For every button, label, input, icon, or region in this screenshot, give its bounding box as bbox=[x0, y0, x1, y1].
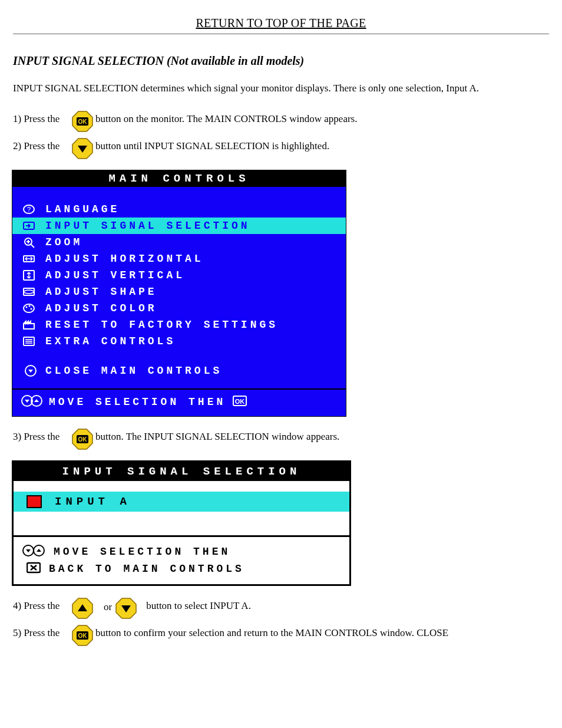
ok-button-icon bbox=[72, 625, 93, 646]
intro-paragraph: INPUT SIGNAL SELECTION determines which … bbox=[13, 82, 538, 95]
osd-close-main-controls[interactable]: CLOSE MAIN CONTROLS bbox=[12, 363, 346, 379]
ok-button-icon bbox=[72, 429, 93, 450]
osd-item-extra-controls[interactable]: EXTRA CONTROLS bbox=[12, 333, 346, 350]
step5-tail: button to confirm your selection and ret… bbox=[95, 625, 448, 639]
osd-item-factory-reset[interactable]: RESET TO FACTORY SETTINGS bbox=[12, 317, 346, 333]
osd-item-language[interactable]: LANGUAGE bbox=[12, 201, 346, 218]
step2-lead: 2) Press the bbox=[13, 138, 72, 152]
down-button-icon bbox=[115, 598, 137, 619]
osd-item-adjust-shape[interactable]: ADJUST SHAPE bbox=[12, 284, 346, 300]
osd2-footer: MOVE SELECTION THEN BACK TO MAIN CONTROL… bbox=[14, 535, 349, 584]
step5-lead: 5) Press the bbox=[13, 625, 72, 639]
ok-box-icon bbox=[233, 394, 247, 410]
osd-main-controls: MAIN CONTROLS LANGUAGE INPUT SIGNAL SELE… bbox=[12, 170, 346, 417]
osd-title: MAIN CONTROLS bbox=[12, 170, 346, 187]
input-a-icon bbox=[14, 495, 55, 508]
osd2-item-input-a[interactable]: INPUT A bbox=[14, 492, 349, 512]
x-box-icon bbox=[27, 561, 41, 577]
osd-footer: MOVE SELECTION THEN bbox=[12, 388, 346, 416]
osd-input-signal-selection: INPUT SIGNAL SELECTION INPUT A MOVE SELE… bbox=[12, 460, 351, 586]
step3-lead: 3) Press the bbox=[13, 429, 72, 443]
ok-button-icon bbox=[72, 111, 93, 132]
step1-tail: button on the monitor. The MAIN CONTROLS… bbox=[95, 111, 357, 125]
step1-lead: 1) Press the bbox=[13, 111, 72, 125]
up-arrow-icon bbox=[32, 544, 45, 560]
up-arrow-icon bbox=[30, 394, 43, 410]
divider bbox=[13, 34, 549, 34]
up-button-icon bbox=[72, 598, 93, 619]
step4-tail: button to select INPUT A. bbox=[146, 598, 251, 612]
down-button-icon bbox=[72, 138, 93, 159]
step3-tail: button. The INPUT SIGNAL SELECTION windo… bbox=[95, 429, 339, 443]
osd-item-input-signal[interactable]: INPUT SIGNAL SELECTION bbox=[12, 218, 346, 234]
step4-lead: 4) Press the bbox=[13, 598, 72, 612]
osd-item-zoom[interactable]: ZOOM bbox=[12, 234, 346, 251]
return-to-top-link[interactable]: RETURN TO TOP OF THE PAGE bbox=[0, 0, 562, 30]
step4-mid: or bbox=[100, 598, 115, 613]
step2-tail: button until INPUT SIGNAL SELECTION is h… bbox=[95, 138, 329, 152]
section-title: INPUT SIGNAL SELECTION (Not available in… bbox=[13, 54, 562, 68]
osd-item-adjust-vertical[interactable]: ADJUST VERTICAL bbox=[12, 267, 346, 284]
osd-item-adjust-color[interactable]: ADJUST COLOR bbox=[12, 300, 346, 317]
osd-item-adjust-horizontal[interactable]: ADJUST HORIZONTAL bbox=[12, 251, 346, 267]
osd2-title: INPUT SIGNAL SELECTION bbox=[14, 462, 349, 481]
